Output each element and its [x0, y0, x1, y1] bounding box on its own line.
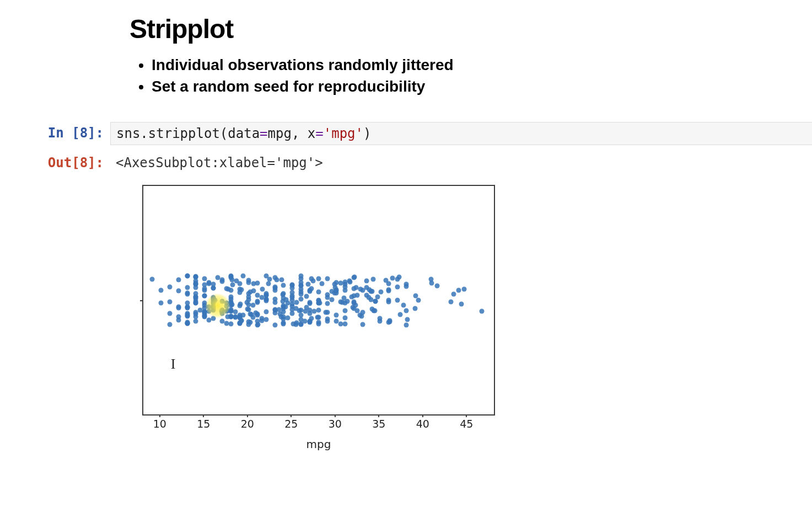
data-point — [311, 278, 316, 283]
data-point — [256, 322, 261, 327]
data-point — [230, 282, 235, 287]
data-point — [294, 300, 299, 305]
data-point — [202, 287, 207, 292]
data-point — [251, 281, 256, 286]
x-tick-label: 15 — [197, 418, 210, 430]
data-point — [308, 320, 313, 325]
data-point — [390, 276, 395, 281]
chart-axes: I — [142, 185, 495, 416]
data-point — [434, 283, 439, 288]
text-column: Stripplot Individual observations random… — [130, 14, 812, 97]
data-point — [185, 320, 190, 325]
data-point — [342, 288, 347, 293]
data-point — [293, 322, 298, 327]
data-point — [429, 281, 434, 286]
data-point — [250, 302, 255, 307]
data-point — [413, 293, 418, 298]
data-point — [299, 312, 304, 317]
data-point — [272, 322, 277, 327]
data-point — [193, 300, 198, 305]
data-point — [248, 320, 252, 325]
text-cursor-icon: I — [171, 356, 176, 372]
data-point — [364, 278, 369, 283]
data-point — [185, 273, 190, 278]
data-point — [251, 288, 256, 293]
data-point — [461, 286, 466, 291]
output-prompt: Out[8]: — [0, 152, 110, 171]
data-point — [255, 299, 260, 303]
code-token: data — [228, 126, 260, 141]
data-point — [264, 309, 268, 314]
data-point — [167, 300, 172, 305]
data-point — [185, 285, 190, 290]
x-axis-label: mpg — [142, 438, 495, 451]
code-token: x — [308, 126, 315, 141]
data-point — [213, 298, 218, 303]
data-point — [299, 291, 304, 296]
data-point — [229, 277, 234, 282]
data-point — [278, 311, 283, 316]
data-point — [193, 279, 198, 284]
data-point — [316, 290, 321, 295]
data-point — [404, 323, 409, 328]
code-input[interactable]: sns.stripplot(data=mpg, x='mpg') — [110, 122, 812, 145]
data-point — [405, 317, 410, 322]
data-point — [224, 321, 229, 326]
data-point — [459, 301, 464, 306]
notebook-page: { "heading": "Stripplot", "bullets": [ "… — [0, 0, 812, 506]
data-point — [267, 277, 272, 282]
data-point — [386, 281, 391, 286]
data-point — [378, 316, 383, 321]
data-point — [338, 281, 343, 286]
data-point — [378, 289, 383, 294]
code-cell: In [8]: sns.stripplot(data=mpg, x='mpg') — [0, 122, 812, 145]
data-point — [233, 315, 238, 319]
x-tick-label: 25 — [284, 418, 298, 430]
data-point — [264, 317, 268, 322]
data-point — [283, 304, 288, 309]
y-tick-mark — [140, 300, 143, 301]
data-point — [241, 273, 246, 278]
data-point — [369, 289, 374, 294]
code-token: = — [315, 126, 323, 141]
data-point — [351, 275, 356, 280]
x-tick-label: 10 — [153, 418, 166, 430]
data-point — [202, 276, 207, 281]
data-point — [333, 285, 338, 290]
data-point — [395, 277, 400, 282]
data-point — [207, 309, 212, 314]
code-token: . — [140, 126, 148, 141]
data-point — [325, 319, 330, 324]
data-point — [370, 276, 375, 281]
data-point — [308, 311, 313, 316]
data-point — [176, 278, 181, 283]
data-point — [316, 307, 321, 312]
data-point — [316, 319, 321, 324]
data-point — [325, 276, 330, 281]
data-point — [272, 284, 277, 289]
data-point — [272, 300, 277, 305]
data-point — [207, 317, 212, 322]
data-point — [239, 287, 244, 292]
data-point — [229, 322, 234, 327]
data-point — [290, 311, 295, 316]
data-point — [329, 297, 334, 302]
data-point — [360, 322, 365, 327]
data-point — [451, 291, 456, 296]
data-point — [238, 302, 243, 307]
code-token: 'mpg' — [324, 126, 363, 141]
code-token: sns — [116, 126, 140, 141]
data-point — [207, 280, 212, 285]
data-point — [158, 287, 163, 292]
data-point — [176, 289, 181, 294]
data-point — [281, 295, 286, 300]
data-point — [320, 281, 325, 286]
x-tick-label: 20 — [241, 418, 254, 430]
data-point — [325, 292, 330, 297]
output-cell: Out[8]: <AxesSubplot:xlabel='mpg'> — [0, 152, 812, 174]
bullet-item: Set a random seed for reproducibility — [152, 76, 812, 97]
data-point — [244, 300, 249, 305]
data-point — [246, 278, 251, 283]
data-point — [176, 304, 181, 309]
code-token: ( — [220, 126, 228, 141]
